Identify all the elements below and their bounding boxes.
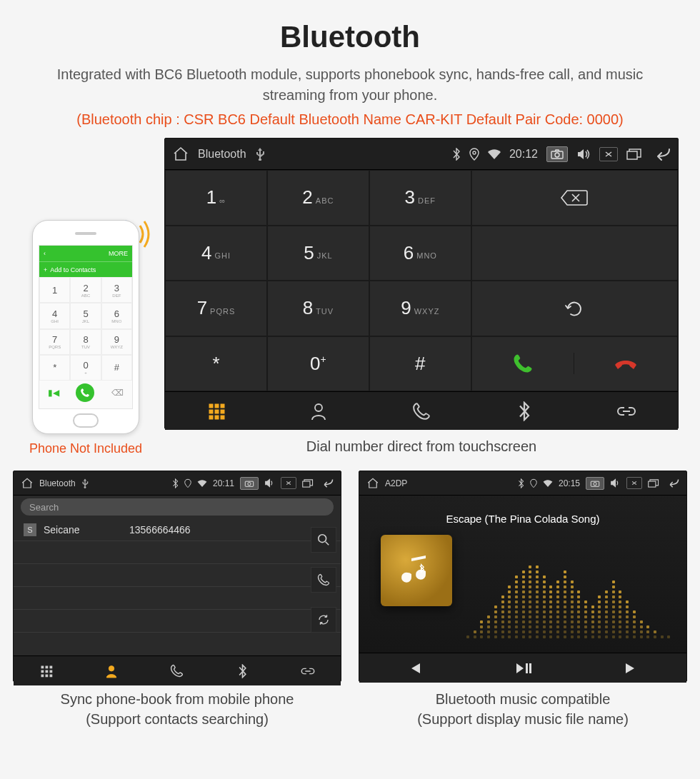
bluetooth-status-icon — [452, 148, 461, 161]
back-icon[interactable] — [319, 478, 334, 488]
statusbar-title: A2DP — [385, 478, 407, 488]
nav-keypad-button[interactable] — [165, 392, 268, 430]
svg-rect-31 — [529, 663, 531, 673]
contact-letter-badge: S — [24, 523, 36, 536]
hangup-button[interactable] — [574, 355, 677, 372]
nav-contacts-button[interactable] — [79, 656, 145, 685]
home-icon[interactable] — [21, 477, 34, 490]
nav-contacts-button[interactable] — [268, 392, 371, 430]
svg-rect-4 — [215, 404, 219, 408]
dial-key-4[interactable]: 4GHI — [165, 226, 267, 281]
dial-key-6[interactable]: 6MNO — [369, 226, 471, 281]
usb-icon — [81, 478, 89, 488]
dial-key-9[interactable]: 9WXYZ — [369, 281, 471, 336]
nav-pair-button[interactable] — [275, 656, 341, 685]
bluetooth-status-icon — [518, 478, 524, 488]
next-track-button[interactable] — [577, 653, 686, 683]
a2dp-caption: Bluetooth music compatible (Support disp… — [417, 689, 629, 729]
nav-bluetooth-button[interactable] — [473, 392, 576, 430]
screenshot-icon[interactable] — [586, 477, 604, 490]
close-app-icon[interactable] — [281, 477, 296, 489]
phone-key-0: 0+ — [70, 355, 101, 381]
svg-point-12 — [315, 404, 322, 411]
nav-calllog-button[interactable] — [144, 656, 210, 685]
dial-key-3[interactable]: 3DEF — [369, 170, 471, 226]
gps-status-icon — [530, 478, 537, 488]
dial-key-0[interactable]: 0+ — [267, 336, 369, 392]
page-subtitle: Integrated with BC6 Bluetooth module, su… — [7, 64, 693, 111]
nav-calllog-button[interactable] — [370, 392, 473, 430]
dial-key-5[interactable]: 5JKL — [267, 226, 369, 281]
close-app-icon[interactable] — [626, 477, 642, 489]
recent-apps-icon[interactable] — [648, 479, 659, 488]
svg-rect-24 — [45, 674, 48, 677]
side-sync-button[interactable] — [311, 607, 336, 633]
recent-apps-icon[interactable] — [302, 479, 314, 488]
usb-icon — [255, 148, 265, 161]
svg-rect-21 — [45, 670, 48, 673]
screenshot-icon[interactable] — [546, 146, 568, 162]
phonebook-search-input[interactable]: Search — [21, 498, 334, 516]
phone-add-contacts-label: Add to Contacts — [50, 266, 96, 273]
call-button[interactable] — [472, 353, 575, 374]
back-icon[interactable] — [665, 478, 679, 488]
phone-key-#: # — [101, 355, 132, 381]
redial-button[interactable] — [471, 281, 678, 336]
svg-point-26 — [109, 665, 115, 671]
phone-device-illustration: ‹ MORE + Add to Contacts 12ABC3DEF4GHI5J… — [32, 220, 139, 434]
headunit-phonebook-screen: Bluetooth 20:11 — [13, 471, 341, 682]
nav-keypad-button[interactable] — [14, 656, 79, 685]
home-icon[interactable] — [172, 146, 189, 163]
dial-key-1[interactable]: 1∞ — [165, 170, 267, 226]
back-icon[interactable] — [651, 148, 671, 161]
backspace-button[interactable] — [471, 170, 678, 226]
side-call-button[interactable] — [311, 567, 336, 593]
svg-rect-18 — [45, 665, 48, 668]
dial-key-7[interactable]: 7PQRS — [165, 281, 267, 336]
dial-key-#[interactable]: # — [369, 336, 471, 392]
volume-icon[interactable] — [610, 478, 621, 488]
contact-name: Seicane — [44, 524, 122, 536]
svg-rect-5 — [221, 404, 224, 408]
statusbar-clock: 20:12 — [509, 148, 538, 161]
statusbar-clock: 20:15 — [559, 478, 580, 488]
nav-bluetooth-button[interactable] — [210, 656, 276, 685]
prev-track-button[interactable] — [359, 653, 469, 683]
dial-key-2[interactable]: 2ABC — [267, 170, 369, 226]
svg-point-28 — [594, 482, 596, 485]
svg-rect-17 — [41, 665, 44, 668]
phone-more-label: MORE — [109, 250, 128, 257]
statusbar-clock: 20:11 — [213, 478, 234, 488]
contact-row[interactable]: S Seicane 13566664466 — [14, 518, 341, 541]
nav-pair-button[interactable] — [575, 392, 678, 430]
svg-rect-8 — [221, 410, 224, 413]
home-icon[interactable] — [366, 477, 379, 490]
recent-apps-icon[interactable] — [626, 149, 642, 160]
svg-rect-15 — [303, 481, 310, 487]
svg-rect-29 — [649, 481, 656, 487]
equalizer-visualizer — [466, 538, 672, 638]
screenshot-icon[interactable] — [240, 477, 259, 490]
phone-key-6: 6MNO — [101, 303, 132, 328]
empty-cell — [471, 226, 678, 281]
dial-key-8[interactable]: 8TUV — [267, 281, 369, 336]
phone-call-button — [76, 383, 94, 402]
headunit-dialer-screen: Bluetooth 20:12 — [164, 138, 679, 429]
svg-rect-11 — [221, 416, 224, 419]
side-search-button[interactable] — [311, 527, 336, 553]
close-app-icon[interactable] — [599, 147, 618, 161]
contact-number: 13566664466 — [129, 524, 191, 536]
dialer-caption: Dial number direct from touchscreen — [164, 436, 679, 456]
svg-rect-6 — [209, 410, 213, 413]
volume-icon[interactable] — [576, 148, 591, 161]
gps-status-icon — [184, 478, 191, 488]
dial-key-*[interactable]: * — [165, 336, 267, 392]
phone-key-*: * — [39, 355, 70, 381]
svg-point-16 — [319, 535, 326, 543]
phone-back-label: ‹ — [44, 250, 46, 257]
phone-key-7: 7PQRS — [39, 329, 70, 355]
svg-point-14 — [248, 482, 251, 485]
play-pause-button[interactable] — [469, 653, 578, 683]
phone-key-5: 5JKL — [70, 303, 101, 328]
volume-icon[interactable] — [264, 478, 275, 488]
